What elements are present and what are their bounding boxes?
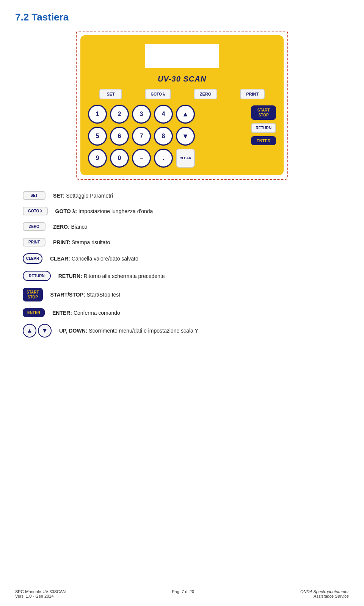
device-name-label: UV-30 SCAN xyxy=(88,75,276,83)
legend-print-text: PRINT: Stampa risultato xyxy=(53,239,110,245)
key-3[interactable]: 3 xyxy=(132,105,151,124)
numpad: 1 2 3 4 ▲ 5 6 7 8 ▼ 9 0 – . CLEAR xyxy=(88,105,248,168)
key-up[interactable]: ▲ xyxy=(176,105,195,124)
legend-up-arrow: ▲ xyxy=(23,324,36,338)
footer-manual-name: SPC-Manuale-UV-30SCAN xyxy=(15,589,66,594)
legend-enter: ENTER ENTER: Conferma comando xyxy=(23,308,341,317)
footer-right: ONDA Spectrophotometer Assistance Servic… xyxy=(300,589,349,598)
function-buttons-row: SET GOTO λ ZERO PRINT xyxy=(88,89,276,99)
key-4[interactable]: 4 xyxy=(154,105,173,124)
key-clear[interactable]: CLEAR xyxy=(176,149,195,168)
print-button[interactable]: PRINT xyxy=(240,89,265,99)
legend-enter-text: ENTER: Conferma comando xyxy=(52,310,120,316)
device-body: UV-30 SCAN SET GOTO λ ZERO PRINT 1 2 3 4… xyxy=(80,35,284,175)
legend-startstop-button: STARTSTOP xyxy=(23,288,43,301)
footer-service: Assistance Service xyxy=(300,594,349,598)
key-6[interactable]: 6 xyxy=(110,127,129,146)
legend-down-arrow: ▼ xyxy=(38,324,52,338)
key-1[interactable]: 1 xyxy=(88,105,107,124)
key-dot[interactable]: . xyxy=(154,149,173,168)
legend-section: SET SET: Settaggio Parametri GOTO λ GOTO… xyxy=(15,191,349,338)
legend-zero: ZERO ZERO: Bianco xyxy=(23,222,341,231)
display-area xyxy=(88,43,276,69)
footer-left: SPC-Manuale-UV-30SCAN Vers. 1.0 - Gen 20… xyxy=(15,589,66,598)
legend-goto: GOTO λ GOTO λ: Impostazione lunghezza d'… xyxy=(23,207,341,215)
legend-print: PRINT PRINT: Stampa risultato xyxy=(23,238,341,246)
legend-goto-text: GOTO λ: Impostazione lunghezza d'onda xyxy=(55,208,153,214)
start-stop-button[interactable]: STARTSTOP xyxy=(251,105,276,120)
legend-startstop-text: START/STOP: Start/Stop test xyxy=(50,292,121,298)
page-title: 7.2 Tastiera xyxy=(15,11,349,23)
legend-updown-buttons: ▲ ▼ xyxy=(23,324,52,338)
return-button[interactable]: RETURN xyxy=(251,123,276,133)
legend-updown: ▲ ▼ UP, DOWN: Scorrimento menu/dati e im… xyxy=(23,324,341,338)
legend-goto-button: GOTO λ xyxy=(23,207,48,215)
legend-return-button: RETURN xyxy=(23,271,51,281)
legend-clear-button: CLEAR xyxy=(23,253,42,264)
enter-button[interactable]: ENTER xyxy=(251,136,276,145)
set-button[interactable]: SET xyxy=(99,89,122,99)
footer-brand: ONDA Spectrophotometer xyxy=(300,589,349,594)
key-7[interactable]: 7 xyxy=(132,127,151,146)
legend-clear-text: CLEAR: Cancella valore/dato salvato xyxy=(50,256,138,262)
key-0[interactable]: 0 xyxy=(110,149,129,168)
key-5[interactable]: 5 xyxy=(88,127,107,146)
legend-zero-text: ZERO: Bianco xyxy=(53,224,87,230)
legend-print-button: PRINT xyxy=(23,238,46,246)
legend-zero-button: ZERO xyxy=(23,222,46,231)
footer: SPC-Manuale-UV-30SCAN Vers. 1.0 - Gen 20… xyxy=(15,586,349,598)
key-down[interactable]: ▼ xyxy=(176,127,195,146)
goto-lambda-button[interactable]: GOTO λ xyxy=(145,89,171,99)
display-screen xyxy=(144,43,220,69)
legend-set-text: SET: Settaggio Parametri xyxy=(53,193,113,199)
side-buttons: STARTSTOP RETURN ENTER xyxy=(251,105,276,168)
legend-return-text: RETURN: Ritorno alla schermata precedent… xyxy=(58,273,165,279)
zero-button[interactable]: ZERO xyxy=(194,89,218,99)
keypad-area: 1 2 3 4 ▲ 5 6 7 8 ▼ 9 0 – . CLEAR xyxy=(88,105,276,168)
key-minus[interactable]: – xyxy=(132,149,151,168)
legend-clear: CLEAR CLEAR: Cancella valore/dato salvat… xyxy=(23,253,341,264)
legend-updown-text: UP, DOWN: Scorrimento menu/dati e impost… xyxy=(59,328,198,334)
footer-version: Vers. 1.0 - Gen 2014 xyxy=(15,594,66,598)
legend-set-button: SET xyxy=(23,191,46,200)
legend-set: SET SET: Settaggio Parametri xyxy=(23,191,341,200)
legend-startstop: STARTSTOP START/STOP: Start/Stop test xyxy=(23,288,341,301)
legend-return: RETURN RETURN: Ritorno alla schermata pr… xyxy=(23,271,341,281)
key-8[interactable]: 8 xyxy=(154,127,173,146)
key-9[interactable]: 9 xyxy=(88,149,107,168)
key-2[interactable]: 2 xyxy=(110,105,129,124)
device-diagram: UV-30 SCAN SET GOTO λ ZERO PRINT 1 2 3 4… xyxy=(15,31,349,180)
device-panel-border: UV-30 SCAN SET GOTO λ ZERO PRINT 1 2 3 4… xyxy=(76,31,288,180)
legend-enter-button: ENTER xyxy=(23,308,45,317)
footer-center: Pag. 7 di 20 xyxy=(172,589,194,598)
